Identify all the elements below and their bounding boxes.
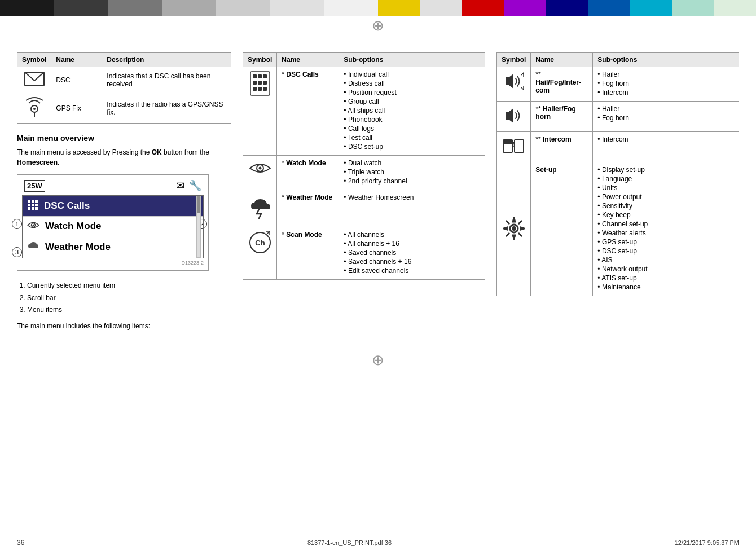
footer: 36 81377-1-en_US_PRINT.pdf 36 12/21/2017…	[0, 535, 756, 550]
table-row-watch-mode: * Watch Mode Dual watch Triple watch 2nd…	[243, 156, 485, 190]
bold-intercom: Intercom	[543, 135, 572, 143]
color-block-ltcyan	[672, 0, 714, 16]
gps-icon	[24, 96, 45, 118]
svg-point-2	[33, 108, 36, 110]
sub-network-output: Network output	[597, 265, 734, 273]
sub-dsc-setup: DSC set-up	[344, 143, 480, 151]
following-text: The main menu includes the following ite…	[17, 322, 231, 330]
svg-point-26	[258, 167, 261, 170]
desc-end: .	[58, 159, 59, 166]
svg-rect-8	[32, 204, 34, 206]
sub-distress-call: Distress call	[344, 80, 480, 87]
sub-2nd-priority: 2nd priority channel	[344, 177, 480, 185]
svg-rect-6	[35, 200, 38, 203]
sub-intercom-2: Intercom	[597, 135, 734, 143]
name-cell-gps: GPS Fix	[51, 93, 102, 124]
section-desc: The main menu is accessed by Pressing th…	[17, 147, 231, 168]
svg-point-14	[33, 225, 34, 226]
circle-1: 1	[12, 219, 22, 229]
name-hail-fog-intercom: ** Hail/Fog/Inter-com	[531, 67, 593, 102]
menu-item-dsc[interactable]: DSC Calls	[23, 196, 203, 216]
sub-all-channels-16: All channels + 16	[344, 240, 480, 248]
sub-dsc-setup-right: DSC set-up	[597, 247, 734, 255]
scroll-thumb	[197, 196, 200, 213]
menu-item-weather[interactable]: Weather Mode	[23, 236, 203, 258]
svg-rect-5	[32, 200, 34, 203]
intercom-icon	[502, 135, 526, 157]
middle-th-name: Name	[277, 53, 339, 67]
svg-rect-17	[258, 74, 262, 78]
menu-watt: 25W	[24, 180, 45, 192]
color-block-purple	[504, 0, 546, 16]
middle-panel: Symbol Name Sub-options	[243, 52, 485, 335]
bold-weather: Weather Mode	[286, 193, 332, 201]
sub-saved-channels-16: Saved channels + 16	[344, 258, 480, 266]
legend-item-1: Currently selected menu item	[27, 280, 231, 292]
right-th-suboptions: Sub-options	[593, 53, 739, 67]
svg-rect-24	[263, 87, 267, 91]
color-block-4	[162, 0, 216, 16]
sym-hail-fog-intercom	[497, 67, 531, 102]
menu-label-watch: Watch Mode	[45, 221, 101, 232]
sub-hailer-1: Hailer	[597, 71, 734, 78]
bold-dsc: DSC Calls	[286, 71, 318, 78]
color-block-cyan	[630, 0, 672, 16]
right-menu-table: Symbol Name Sub-options	[496, 52, 739, 296]
left-panel: Symbol Name Description DSC Indicates	[17, 52, 231, 335]
svg-rect-32	[503, 140, 512, 144]
color-block-navy	[546, 0, 588, 16]
svg-rect-21	[263, 81, 267, 85]
middle-th-suboptions: Sub-options	[339, 53, 485, 67]
sub-fog-horn-2: Fog horn	[597, 114, 734, 122]
sub-weather-homescreen: Weather Homescreen	[344, 193, 480, 201]
footer-right: 12/21/2017 9:05:37 PM	[675, 539, 739, 546]
dsc-calls-icon	[249, 71, 271, 96]
table-row-gps: GPS Fix Indicates if the radio has a GPS…	[17, 93, 231, 124]
sub-key-beep: Key beep	[597, 211, 734, 219]
svg-rect-18	[263, 74, 267, 78]
symbol-cell-gps	[17, 93, 51, 124]
scan-mode-icon: Ch	[248, 231, 272, 254]
crosshair-top: ⊕	[0, 16, 756, 36]
menu-icons-top: ✉ 🔧	[176, 179, 201, 192]
sub-hailer-2: Hailer	[597, 105, 734, 113]
color-block-yellow	[378, 0, 420, 16]
sub-maintenance: Maintenance	[597, 283, 734, 291]
table-row-dsc: DSC Indicates that a DSC call has been r…	[17, 67, 231, 93]
name-watch-mode: * Watch Mode	[277, 156, 339, 190]
sub-saved-channels: Saved channels	[344, 249, 480, 257]
th-name: Name	[51, 53, 102, 67]
svg-rect-7	[28, 204, 30, 206]
sub-display-setup: Display set-up	[597, 166, 734, 174]
svg-marker-30	[506, 108, 513, 123]
stars-intercom: **	[535, 135, 543, 143]
sub-all-channels: All channels	[344, 231, 480, 239]
menu-item-watch[interactable]: Watch Mode	[23, 216, 203, 236]
svg-rect-10	[28, 207, 30, 210]
table-row-hailer-fog: ** Hailer/Fog horn Hailer Fog horn	[497, 102, 739, 132]
diagram-id: D13223-2	[22, 260, 204, 266]
sub-test-call: Test call	[344, 134, 480, 142]
right-th-symbol: Symbol	[497, 53, 531, 67]
cloud-lightning-icon-small	[27, 240, 39, 252]
svg-rect-16	[253, 74, 257, 78]
sym-weather-mode	[243, 190, 277, 227]
sub-hailer-fog: Hailer Fog horn	[593, 102, 739, 132]
symbol-table-top: Symbol Name Description DSC Indicates	[17, 52, 231, 124]
scroll-bar[interactable]	[196, 196, 201, 258]
scan-suboptions-list: All channels All channels + 16 Saved cha…	[344, 231, 480, 275]
middle-menu-table: Symbol Name Sub-options	[243, 52, 485, 280]
desc-homescreen: Homescreen	[17, 159, 58, 166]
right-panel: Symbol Name Sub-options	[496, 52, 739, 335]
section-title: Main menu overview	[17, 134, 231, 143]
sub-sensitivity: Sensitivity	[597, 202, 734, 210]
color-block-ltgray	[420, 0, 461, 16]
name-intercom: ** Intercom	[531, 132, 593, 162]
setup-gear-icon	[503, 217, 525, 240]
table-row-intercom: ** Intercom Intercom	[497, 132, 739, 162]
weather-mode-icon	[249, 193, 271, 222]
table-row-weather-mode: * Weather Mode Weather Homescreen	[243, 190, 485, 227]
sym-intercom	[497, 132, 531, 162]
sub-weather-alerts: Weather alerts	[597, 229, 734, 237]
sub-watch-mode: Dual watch Triple watch 2nd priority cha…	[339, 156, 485, 190]
